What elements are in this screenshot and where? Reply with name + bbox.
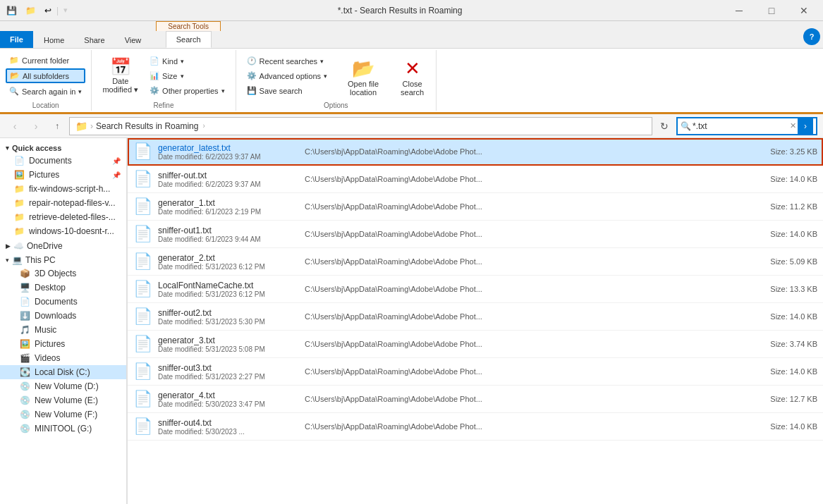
sidebar-item-volume-f[interactable]: 💿 New Volume (F:) — [0, 407, 126, 422]
open-file-location-btn[interactable]: 📂 Open file location — [341, 54, 385, 100]
search-clear-btn[interactable]: ✕ — [788, 121, 798, 130]
minimize-btn[interactable]: ─ — [723, 0, 755, 21]
sidebar-item-documents2[interactable]: 📄 Documents — [0, 295, 126, 309]
sidebar-item-win10[interactable]: 📁 windows-10-doesnt-r... — [0, 224, 126, 238]
file-path: C:\Users\bj\AppData\Roaming\Adobe\Adobe … — [305, 312, 755, 321]
sidebar-item-volume-e[interactable]: 💿 New Volume (E:) — [0, 393, 126, 407]
sidebar-item-pictures[interactable]: 🖼️ Pictures 📌 — [0, 168, 126, 182]
nav-back-btn[interactable]: ‹ — [6, 117, 24, 135]
folder-icon4: 📁 — [14, 212, 25, 222]
ribbon-group-options: 🕐 Recent searches ▾ ⚙️ Advanced options … — [236, 50, 437, 111]
quick-access-section[interactable]: ▾ Quick access — [0, 141, 126, 154]
address-bar[interactable]: 📁 › Search Results in Roaming › — [69, 117, 652, 135]
file-date: Date modified: 5/30/2023 3:47 PM — [158, 400, 299, 408]
sidebar-item-minitool[interactable]: 💿 MINITOOL (G:) — [0, 422, 126, 436]
save-search-btn[interactable]: 💾 Save search — [242, 84, 332, 97]
folder-icon5: 📁 — [14, 226, 25, 236]
table-row[interactable]: 📄 generator_3.txt Date modified: 5/31/20… — [128, 331, 823, 358]
sidebar-item-videos[interactable]: 🎬 Videos — [0, 351, 126, 365]
table-row[interactable]: 📄 generator_4.txt Date modified: 5/30/20… — [128, 386, 823, 413]
tab-file[interactable]: File — [0, 31, 33, 48]
table-row[interactable]: 📄 generator_2.txt Date modified: 5/31/20… — [128, 248, 823, 276]
other-properties-btn[interactable]: ⚙️ Other properties ▾ — [145, 84, 229, 97]
file-item-selected[interactable]: 📄 generator_latest.txt Date modified: 6/… — [128, 138, 823, 166]
search-go-btn[interactable]: › — [798, 118, 813, 134]
help-btn[interactable]: ? — [803, 28, 820, 45]
onedrive-section[interactable]: ▶ ☁️ OneDrive — [0, 238, 126, 252]
nav-forward-btn[interactable]: › — [27, 117, 45, 135]
dvd-icon4: 💿 — [20, 424, 30, 434]
file-date: Date modified: 5/30/2023 ... — [158, 428, 299, 436]
sidebar-item-local-disk[interactable]: 💽 Local Disk (C:) — [0, 365, 126, 379]
downloads-icon: ⬇️ — [20, 311, 30, 321]
file-name: sniffer-out4.txt — [158, 418, 299, 428]
txt-icon: 📄 — [133, 417, 152, 436]
nav-up-btn[interactable]: ↑ — [48, 117, 66, 135]
date-modified-label: Date — [112, 77, 128, 85]
file-info: generator_1.txt Date modified: 6/1/2023 … — [158, 198, 299, 216]
refresh-btn[interactable]: ↻ — [655, 117, 673, 135]
sidebar-item-downloads[interactable]: ⬇️ Downloads — [0, 309, 126, 323]
txt-icon: 📄 — [133, 252, 152, 271]
maximize-btn[interactable]: □ — [755, 0, 788, 21]
size-btn[interactable]: 📊 Size ▾ — [145, 69, 229, 82]
recent-searches-btn[interactable]: 🕐 Recent searches ▾ — [242, 54, 332, 68]
file-size: Size: 3.25 KB — [761, 147, 817, 156]
sidebar-item-volume-d[interactable]: 💿 New Volume (D:) — [0, 379, 126, 393]
sidebar-item-desktop[interactable]: 🖥️ Desktop — [0, 281, 126, 295]
tab-view[interactable]: View — [116, 32, 151, 48]
sidebar-item-retrieve[interactable]: 📁 retrieve-deleted-files-... — [0, 210, 126, 224]
file-info: LocalFontNameCache.txt Date modified: 5/… — [158, 281, 299, 298]
sidebar-item-documents[interactable]: 📄 Documents 📌 — [0, 154, 126, 168]
txt-icon: 📄 — [133, 280, 152, 298]
onedrive-icon: ☁️ — [13, 241, 24, 251]
table-row[interactable]: 📄 sniffer-out1.txt Date modified: 6/1/20… — [128, 221, 823, 248]
qat-undo-btn[interactable]: ↩ — [41, 4, 55, 18]
qat-save-btn[interactable]: 💾 — [3, 4, 20, 18]
sidebar-item-fix[interactable]: 📁 fix-windows-script-h... — [0, 182, 126, 196]
date-modified-btn[interactable]: 📅 Date modified ▾ — [97, 54, 143, 98]
qat-redo-btn[interactable]: ▾ — [60, 4, 71, 17]
docs-icon2: 📄 — [20, 297, 30, 307]
this-pc-section[interactable]: ▾ 💻 This PC — [0, 252, 126, 266]
options-group-label: Options — [242, 100, 431, 109]
current-folder-btn[interactable]: 📁 Current folder — [6, 54, 85, 67]
table-row[interactable]: 📄 LocalFontNameCache.txt Date modified: … — [128, 276, 823, 303]
file-date: Date modified: 5/31/2023 5:30 PM — [158, 318, 299, 326]
close-window-btn[interactable]: ✕ — [788, 0, 820, 21]
dvd-icon3: 💿 — [20, 410, 30, 419]
file-size: Size: 14.0 KB — [761, 230, 817, 238]
kind-btn[interactable]: 📄 Kind ▾ — [145, 54, 229, 68]
search-bar[interactable]: 🔍 *.txt ✕ › — [676, 117, 817, 135]
search-input-value[interactable]: *.txt — [693, 121, 788, 131]
tab-share[interactable]: Share — [75, 32, 114, 48]
breadcrumb-arrow: › — [202, 122, 205, 130]
table-row[interactable]: 📄 sniffer-out.txt Date modified: 6/2/202… — [128, 166, 823, 193]
file-size: Size: 12.7 KB — [761, 395, 817, 403]
sidebar-item-music[interactable]: 🎵 Music — [0, 323, 126, 337]
table-row[interactable]: 📄 generator_1.txt Date modified: 6/1/202… — [128, 193, 823, 221]
sidebar-item-repair[interactable]: 📁 repair-notepad-files-v... — [0, 196, 126, 210]
advanced-options-btn[interactable]: ⚙️ Advanced options ▾ — [242, 69, 332, 82]
tab-home[interactable]: Home — [35, 32, 73, 48]
retrieve-label: retrieve-deleted-files-... — [29, 212, 121, 222]
qat-new-btn[interactable]: 📁 — [22, 4, 39, 18]
file-date: Date modified: 5/31/2023 6:12 PM — [158, 290, 299, 298]
all-subfolders-label: All subfolders — [23, 72, 69, 80]
all-subfolders-btn[interactable]: 📂 All subfolders — [6, 68, 85, 83]
file-path: C:\Users\bj\AppData\Roaming\Adobe\Adobe … — [305, 395, 755, 403]
docs-icon: 📄 — [14, 156, 25, 166]
table-row[interactable]: 📄 sniffer-out2.txt Date modified: 5/31/2… — [128, 303, 823, 331]
file-path: C:\Users\bj\AppData\Roaming\Adobe\Adobe … — [305, 285, 755, 293]
tab-search[interactable]: Search — [166, 31, 212, 48]
table-row[interactable]: 📄 sniffer-out4.txt Date modified: 5/30/2… — [128, 413, 823, 441]
file-path: C:\Users\bj\AppData\Roaming\Adobe\Adobe … — [305, 422, 755, 431]
sidebar-item-pictures2[interactable]: 🖼️ Pictures — [0, 337, 126, 351]
window-title: *.txt - Search Results in Roaming — [77, 6, 723, 16]
close-search-btn[interactable]: ✕ Close search — [394, 54, 430, 100]
search-again-btn[interactable]: 🔍 Search again in ▾ — [6, 85, 85, 98]
videos-icon: 🎬 — [20, 353, 30, 363]
sidebar-item-3dobjects[interactable]: 📦 3D Objects — [0, 266, 126, 281]
dvd-icon: 💿 — [20, 381, 30, 391]
table-row[interactable]: 📄 sniffer-out3.txt Date modified: 5/31/2… — [128, 358, 823, 386]
